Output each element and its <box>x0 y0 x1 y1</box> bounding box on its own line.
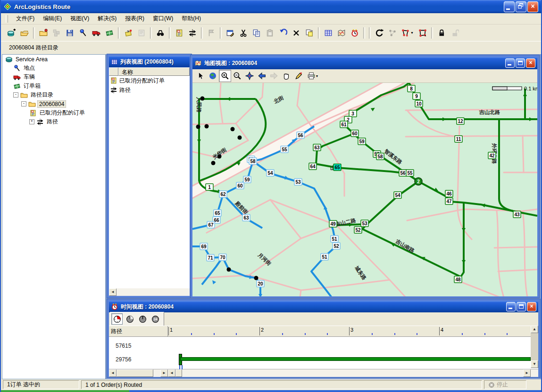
menu-item-1[interactable]: 编辑(E) <box>39 13 66 24</box>
scroll-down-icon[interactable]: ▼ <box>531 360 538 368</box>
time-close-button[interactable]: × <box>527 302 536 311</box>
save-button[interactable] <box>63 26 76 40</box>
menu-item-0[interactable]: 文件(F) <box>12 13 39 24</box>
map-stop-dot[interactable] <box>227 268 231 272</box>
tree-item-车辆[interactable]: 车辆 <box>2 73 105 82</box>
copy-grid-button[interactable] <box>50 26 63 40</box>
edit-sheet-button[interactable] <box>135 26 148 40</box>
map-canvas[interactable]: 人民路北街光华街吉山北路智溪东路外环东路山路吉山二路吉山南路月河街城东路殿前街8… <box>192 83 537 296</box>
tree-item-地点[interactable]: 地点 <box>2 64 105 73</box>
new-folder-button[interactable] <box>37 26 50 40</box>
clock-24-button[interactable]: 24 <box>150 313 161 325</box>
tree-item-20060804[interactable]: -20060804 <box>2 99 105 108</box>
map-stop-dot[interactable] <box>196 125 200 129</box>
list-item-label[interactable]: 路径 <box>119 86 131 94</box>
list-header-name[interactable]: 名称 <box>118 67 190 76</box>
open-folder-button[interactable] <box>18 26 31 40</box>
print-dropdown-button[interactable]: ▼ <box>305 70 321 82</box>
map-stop-dot[interactable] <box>231 127 235 131</box>
tree-item-label[interactable]: 车辆 <box>22 73 36 81</box>
properties-button[interactable] <box>224 26 237 40</box>
scroll-left-icon[interactable]: ◄ <box>109 288 117 296</box>
list-header-blank[interactable] <box>109 67 118 76</box>
flag-button[interactable] <box>205 26 218 40</box>
tree-item-label[interactable]: 路径 <box>45 118 59 126</box>
restore-button[interactable] <box>516 1 526 12</box>
select-cursor-button[interactable] <box>194 70 207 82</box>
tree-item-订单箱[interactable]: 订单箱 <box>2 82 105 90</box>
time-view-titlebar[interactable]: 时间视图 : 20060804 × <box>109 301 538 312</box>
clock-alarm-button[interactable] <box>348 26 361 40</box>
map-stop-dot[interactable] <box>238 136 242 140</box>
menu-item-5[interactable]: 窗口(W) <box>149 13 177 24</box>
copy-docs-button[interactable] <box>250 26 263 40</box>
list-item-路径[interactable]: 路径 <box>109 85 190 95</box>
scroll-right-icon[interactable]: ► <box>523 369 531 377</box>
tree-item-label[interactable]: 订单箱 <box>22 82 42 90</box>
unlock-button[interactable] <box>448 26 461 40</box>
tree-item-label[interactable]: Service Area <box>14 56 49 63</box>
scroll-track[interactable] <box>117 288 190 296</box>
map-svg[interactable]: 人民路北街光华街吉山北路智溪东路外环东路山路吉山二路吉山南路月河街城东路殿前街8… <box>192 83 537 296</box>
route-arrows-button[interactable] <box>186 26 199 40</box>
paste-clipboard-button[interactable] <box>263 26 276 40</box>
list-hscrollbar[interactable]: ◄ <box>109 288 190 296</box>
tree-item-label[interactable]: 已取消分配的订单 <box>38 109 86 117</box>
tree-item-路径目录[interactable]: -路径目录 <box>2 90 105 99</box>
clock-half-button[interactable] <box>124 313 135 325</box>
scroll-thumb[interactable] <box>175 369 182 377</box>
new-database-button[interactable] <box>5 26 18 40</box>
clock-full-button[interactable] <box>137 313 148 325</box>
map-stop-dot[interactable] <box>205 124 209 129</box>
time-vscrollbar[interactable]: ▲ ▼ <box>531 326 538 368</box>
close-button[interactable]: × <box>527 1 538 12</box>
order-box-button[interactable] <box>103 26 116 40</box>
location-pin-button[interactable] <box>76 26 90 40</box>
cut-scissors-button[interactable] <box>237 26 250 40</box>
time-minimize-button[interactable] <box>506 302 516 311</box>
back-arrow-button[interactable] <box>256 70 268 82</box>
zoom-in-button[interactable] <box>219 70 231 82</box>
time-hscrollbars[interactable]: ◄ ► ◄ ► <box>109 369 538 377</box>
map-stop-dot[interactable] <box>211 161 216 165</box>
scroll-left-icon[interactable]: ◄ <box>168 369 175 377</box>
tree-item-路径[interactable]: +路径 <box>2 117 105 126</box>
solve-polygon-button[interactable] <box>416 26 429 40</box>
menu-item-3[interactable]: 解决(S) <box>93 13 121 24</box>
table-view-button[interactable] <box>322 26 335 40</box>
undo-arrow-button[interactable] <box>276 26 290 40</box>
map-maximize-button[interactable] <box>516 58 525 68</box>
collapse-icon[interactable]: - <box>21 101 26 106</box>
minimize-button[interactable] <box>504 1 515 12</box>
import-order-button[interactable] <box>122 26 135 40</box>
solve-nodes-dropdown-button[interactable]: ▼ <box>399 26 416 40</box>
pencil-button[interactable] <box>292 70 305 82</box>
collapse-icon[interactable]: - <box>13 92 18 98</box>
solve-loop-button[interactable] <box>373 26 386 40</box>
pan-hand-button[interactable] <box>280 70 292 82</box>
zoom-extent-button[interactable] <box>243 70 256 82</box>
scroll-thumb[interactable] <box>117 369 153 377</box>
time-maximize-button[interactable] <box>517 302 526 311</box>
tree-item-label[interactable]: 地点 <box>22 64 36 72</box>
scroll-up-icon[interactable]: ▲ <box>531 326 538 333</box>
menu-item-2[interactable]: 视图(V) <box>66 13 93 24</box>
route-row-label[interactable]: 29756 <box>116 356 131 363</box>
scroll-right-icon[interactable]: ► <box>160 369 168 377</box>
list-item-已取消分配的订单[interactable]: 已取消分配的订单 <box>109 76 190 85</box>
tree-item-label[interactable]: 路径目录 <box>29 91 55 99</box>
map-minimize-button[interactable] <box>505 58 515 68</box>
solve-net-button[interactable] <box>386 26 399 40</box>
route-row-label[interactable]: 57615 <box>116 343 131 349</box>
tree-item-Service Area[interactable]: Service Area <box>2 55 105 64</box>
delete-x-button[interactable] <box>290 26 303 40</box>
expand-icon[interactable]: + <box>29 119 34 124</box>
forward-arrow-button[interactable] <box>268 70 280 82</box>
map-close-button[interactable]: × <box>526 58 535 68</box>
list-item-label[interactable]: 已取消分配的订单 <box>119 77 165 85</box>
truck-button[interactable] <box>90 26 103 40</box>
stop-button[interactable]: 停止 <box>484 380 526 389</box>
menu-item-4[interactable]: 报表(R) <box>121 13 149 24</box>
zoom-out-button[interactable] <box>231 70 243 82</box>
list-view-titlebar[interactable]: 列表视图 (20060804) <box>109 56 190 67</box>
